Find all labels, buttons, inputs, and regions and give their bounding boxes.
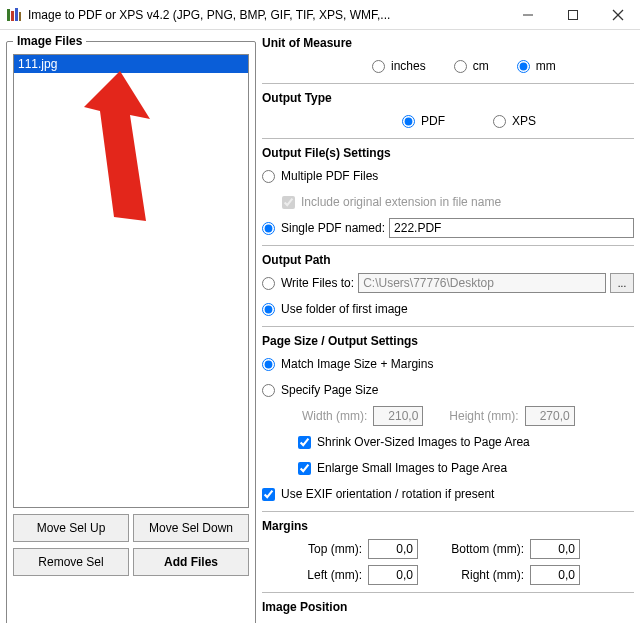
svg-rect-1 [11, 11, 14, 21]
unit-inches-radio[interactable]: inches [372, 59, 426, 73]
margin-left-input[interactable] [368, 565, 418, 585]
margin-bottom-label: Bottom (mm): [424, 542, 524, 556]
match-image-size-radio[interactable]: Match Image Size + Margins [262, 357, 433, 371]
margin-right-label: Right (mm): [424, 568, 524, 582]
image-files-group: Image Files 111.jpg Move Sel Up Move Sel… [6, 34, 256, 623]
enlarge-check[interactable]: Enlarge Small Images to Page Area [298, 461, 507, 475]
image-files-legend: Image Files [13, 34, 86, 48]
unit-mm-radio[interactable]: mm [517, 59, 556, 73]
margin-right-input[interactable] [530, 565, 580, 585]
window-title: Image to PDF or XPS v4.2 (JPG, PNG, BMP,… [22, 8, 505, 22]
move-sel-up-button[interactable]: Move Sel Up [13, 514, 129, 542]
svg-rect-5 [568, 10, 577, 19]
browse-path-button[interactable]: ... [610, 273, 634, 293]
include-ext-check: Include original extension in file name [282, 195, 501, 209]
file-list[interactable]: 111.jpg [13, 54, 249, 508]
write-files-to-radio[interactable]: Write Files to: [262, 276, 354, 290]
width-label: Width (mm): [302, 409, 367, 423]
annotation-arrow-icon [80, 71, 160, 221]
output-pdf-radio[interactable]: PDF [402, 114, 445, 128]
margin-left-label: Left (mm): [286, 568, 362, 582]
width-input [373, 406, 423, 426]
height-input [525, 406, 575, 426]
move-sel-down-button[interactable]: Move Sel Down [133, 514, 249, 542]
margin-top-label: Top (mm): [286, 542, 362, 556]
page-size-legend: Page Size / Output Settings [262, 334, 634, 348]
margin-bottom-input[interactable] [530, 539, 580, 559]
output-path-legend: Output Path [262, 253, 634, 267]
list-item[interactable]: 111.jpg [14, 55, 248, 73]
svg-rect-2 [15, 8, 18, 21]
titlebar: Image to PDF or XPS v4.2 (JPG, PNG, BMP,… [0, 0, 640, 30]
output-type-legend: Output Type [262, 91, 634, 105]
maximize-button[interactable] [550, 1, 595, 29]
single-pdf-radio[interactable]: Single PDF named: [262, 221, 385, 235]
use-exif-check[interactable]: Use EXIF orientation / rotation if prese… [262, 487, 494, 501]
close-button[interactable] [595, 1, 640, 29]
output-files-legend: Output File(s) Settings [262, 146, 634, 160]
app-icon [6, 7, 22, 23]
shrink-check[interactable]: Shrink Over-Sized Images to Page Area [298, 435, 530, 449]
svg-rect-3 [19, 12, 21, 21]
height-label: Height (mm): [449, 409, 518, 423]
margin-top-input[interactable] [368, 539, 418, 559]
use-folder-radio[interactable]: Use folder of first image [262, 302, 408, 316]
margins-legend: Margins [262, 519, 634, 533]
remove-sel-button[interactable]: Remove Sel [13, 548, 129, 576]
specify-page-size-radio[interactable]: Specify Page Size [262, 383, 378, 397]
minimize-button[interactable] [505, 1, 550, 29]
svg-marker-8 [84, 71, 150, 221]
image-position-legend: Image Position [262, 600, 634, 614]
output-xps-radio[interactable]: XPS [493, 114, 536, 128]
add-files-button[interactable]: Add Files [133, 548, 249, 576]
unit-cm-radio[interactable]: cm [454, 59, 489, 73]
unit-legend: Unit of Measure [262, 36, 634, 50]
svg-rect-0 [7, 9, 10, 21]
output-path-input [358, 273, 606, 293]
single-pdf-name-input[interactable] [389, 218, 634, 238]
multiple-pdf-radio[interactable]: Multiple PDF Files [262, 169, 378, 183]
